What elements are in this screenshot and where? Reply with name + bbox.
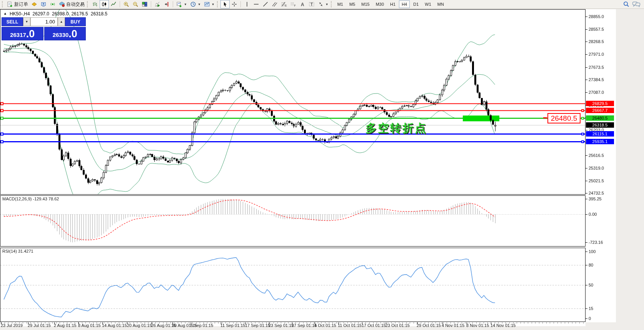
timeframe-m15[interactable]: M15: [359, 0, 372, 8]
auto-trading-label: 自动交易: [66, 1, 85, 8]
auto-scroll-button[interactable]: [153, 0, 162, 8]
horizontal-line-tool-button[interactable]: [252, 0, 261, 8]
timeframe-m30[interactable]: M30: [373, 0, 387, 8]
signal-icon: [50, 1, 56, 7]
toolbar-grip[interactable]: [217, 1, 219, 7]
arrows-icon: [318, 1, 324, 7]
buy-price-main: 26330: [53, 31, 69, 39]
line-chart-button[interactable]: [109, 0, 118, 8]
bar-chart-button[interactable]: [90, 0, 100, 8]
close-value: 26318.5: [91, 11, 107, 17]
tile-windows-icon: [142, 1, 148, 7]
text-label-tool-button[interactable]: T: [307, 0, 316, 8]
auto-scroll-icon: [154, 1, 160, 7]
templates-dropdown-caret: ▼: [212, 3, 215, 6]
chart-shift-button[interactable]: [162, 0, 171, 8]
equidistant-channel-icon: [272, 1, 278, 7]
trendline-icon: [262, 1, 269, 7]
timeframe-d1[interactable]: D1: [410, 0, 421, 8]
toolbar-grip[interactable]: [331, 1, 333, 7]
cursor-icon: [222, 1, 228, 7]
indicators-button[interactable]: ▼: [175, 0, 189, 8]
text-label-icon: T: [309, 1, 315, 7]
open-value: 26297.0: [33, 11, 49, 17]
zoom-out-button[interactable]: [131, 0, 140, 8]
gold-button[interactable]: [30, 0, 39, 8]
equidistant-channel-tool-button[interactable]: [270, 0, 279, 8]
new-order-icon: [7, 1, 13, 7]
sell-price-fraction: .0: [26, 29, 35, 39]
timeframe-group: M1M5M15M30H1H4D1W1MN: [334, 0, 447, 8]
bar-chart-icon: [92, 1, 98, 7]
periods-dropdown-caret: ▼: [198, 3, 201, 6]
signal-button[interactable]: [48, 0, 57, 8]
periods-button[interactable]: ▼: [189, 0, 202, 8]
buy-price-fraction: .0: [68, 29, 77, 39]
auto-trading-button[interactable]: 自动交易: [57, 0, 86, 8]
vertical-line-tool-button[interactable]: [242, 0, 252, 8]
rsi-panel-separator[interactable]: [0, 245, 586, 248]
mt4-window: { "toolbar": { "new_order_label": "新订单",…: [0, 0, 644, 330]
remote-terminal-button[interactable]: [39, 0, 48, 8]
timeframe-m5[interactable]: M5: [347, 0, 358, 8]
volume-decrease-button[interactable]: ▼: [23, 17, 30, 26]
fibonacci-tool-button[interactable]: E: [279, 0, 289, 8]
buy-button[interactable]: BUY: [65, 17, 86, 26]
high-value: 26398.0: [52, 11, 68, 17]
one-click-trading-panel: SELL ▼ 1.00 ▲ BUY 26317 .0 26330 .0: [2, 17, 86, 40]
new-order-button[interactable]: 新订单: [5, 0, 30, 8]
templates-button[interactable]: ▼: [202, 0, 216, 8]
toolbar-grip[interactable]: [87, 1, 89, 7]
svg-text:A: A: [301, 2, 304, 7]
quote-panel-toggle[interactable]: ▲: [3, 12, 7, 17]
timeframe-mn[interactable]: MN: [435, 0, 447, 8]
zoom-in-button[interactable]: [122, 0, 131, 8]
svg-text:T: T: [310, 2, 313, 7]
svg-text:E: E: [285, 4, 287, 7]
arrows-tool-button[interactable]: ▼: [316, 0, 330, 8]
chat-icon[interactable]: [632, 1, 641, 8]
low-value: 26176.5: [71, 11, 88, 17]
timeframe-h1[interactable]: H1: [387, 0, 398, 8]
line-chart-icon: [110, 1, 117, 7]
main-toolbar: 新订单 自动交易 ▼ ▼: [0, 0, 644, 9]
chart-shift-icon: [164, 1, 170, 7]
timeframe-m1[interactable]: M1: [335, 0, 346, 8]
toolbar-grip[interactable]: [2, 1, 4, 7]
search-icon[interactable]: [623, 1, 630, 8]
clock-icon: [190, 1, 196, 7]
timeframe-h4[interactable]: H4: [399, 0, 410, 8]
volume-increase-button[interactable]: ▲: [58, 17, 65, 26]
price-chart-canvas[interactable]: [0, 0, 644, 330]
buy-price-panel[interactable]: 26330 .0: [44, 27, 86, 40]
grid-icon: F: [290, 1, 296, 7]
new-order-label: 新订单: [14, 1, 28, 8]
terminal-icon: [40, 1, 47, 7]
indicators-icon: [176, 1, 182, 7]
sell-button[interactable]: SELL: [2, 17, 23, 26]
indicators-dropdown-caret: ▼: [184, 3, 187, 6]
auto-trading-icon: [59, 1, 65, 7]
vertical-line-icon: [244, 1, 250, 7]
grid-tool-button[interactable]: F: [289, 0, 298, 8]
sell-price-main: 26317: [10, 31, 26, 39]
svg-text:F: F: [294, 4, 295, 7]
text-icon: A: [299, 1, 305, 7]
cursor-button[interactable]: [220, 0, 230, 8]
arrows-dropdown-caret: ▼: [325, 3, 329, 6]
horizontal-line-icon: [253, 1, 259, 7]
tile-windows-button[interactable]: [140, 0, 149, 8]
zoom-in-icon: [123, 1, 129, 7]
macd-panel-separator[interactable]: [0, 193, 586, 196]
candlestick-chart-button[interactable]: [100, 0, 109, 8]
symbol-period-label: HK50-,H4: [10, 11, 30, 17]
crosshair-button[interactable]: [230, 0, 239, 8]
templates-icon: [204, 1, 210, 7]
candlestick-icon: [101, 1, 107, 7]
timeframe-w1[interactable]: W1: [422, 0, 434, 8]
text-tool-button[interactable]: A: [298, 0, 307, 8]
volume-input[interactable]: 1.00: [30, 17, 58, 26]
trendline-tool-button[interactable]: [261, 0, 270, 8]
crosshair-icon: [231, 1, 237, 7]
sell-price-panel[interactable]: 26317 .0: [2, 27, 43, 40]
